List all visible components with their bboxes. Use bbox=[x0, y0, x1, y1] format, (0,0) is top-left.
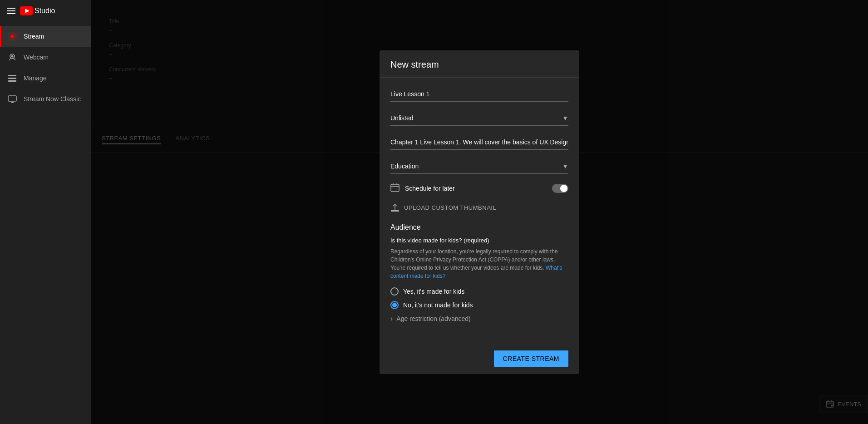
sidebar-item-stream-now-classic[interactable]: Stream Now Classic bbox=[0, 89, 91, 109]
sidebar-manage-label: Manage bbox=[24, 74, 47, 82]
upload-icon bbox=[390, 203, 399, 212]
sidebar-nav: Stream Webcam bbox=[0, 22, 91, 109]
svg-rect-10 bbox=[8, 96, 16, 101]
modal-header: New stream bbox=[380, 50, 579, 78]
schedule-toggle[interactable] bbox=[552, 184, 568, 193]
stream-classic-icon bbox=[7, 94, 17, 104]
schedule-label: Schedule for later bbox=[405, 185, 547, 192]
stream-icon bbox=[7, 31, 17, 41]
svg-rect-7 bbox=[8, 75, 16, 76]
manage-icon bbox=[7, 73, 17, 83]
hamburger-menu[interactable] bbox=[7, 8, 15, 14]
stream-title-field bbox=[390, 87, 568, 102]
svg-rect-17 bbox=[391, 210, 399, 212]
svg-rect-9 bbox=[8, 80, 16, 82]
sidebar-item-webcam[interactable]: Webcam bbox=[0, 47, 91, 68]
app-name: Studio bbox=[35, 7, 55, 15]
sidebar-stream-classic-label: Stream Now Classic bbox=[24, 95, 81, 103]
description-input[interactable] bbox=[390, 135, 568, 150]
radio-yes-circle bbox=[390, 287, 399, 296]
svg-point-6 bbox=[11, 55, 14, 58]
new-stream-modal: New stream Public Unlisted Private bbox=[380, 50, 579, 374]
category-select-wrapper[interactable]: Education Gaming Music Science & Technol… bbox=[390, 159, 568, 174]
modal-title: New stream bbox=[390, 59, 568, 70]
kids-content-link[interactable]: What's content made for kids? bbox=[390, 265, 562, 279]
radio-no-circle bbox=[390, 301, 399, 309]
schedule-row: Schedule for later bbox=[390, 183, 568, 194]
modal-footer: CREATE STREAM bbox=[380, 343, 579, 374]
radio-yes-label: Yes, it's made for kids bbox=[403, 288, 464, 295]
calendar-icon bbox=[390, 183, 399, 194]
sidebar-item-stream[interactable]: Stream bbox=[0, 26, 91, 47]
visibility-select-wrapper[interactable]: Public Unlisted Private ▼ bbox=[390, 111, 568, 126]
age-restriction-chevron: › bbox=[390, 315, 393, 323]
description-field bbox=[390, 135, 568, 150]
svg-rect-13 bbox=[391, 184, 399, 192]
audience-question: Is this video made for kids? (required) bbox=[390, 237, 568, 244]
radio-yes-kids[interactable]: Yes, it's made for kids bbox=[390, 287, 568, 296]
sidebar: Studio Stream bbox=[0, 0, 91, 424]
sidebar-item-manage[interactable]: Manage bbox=[0, 68, 91, 89]
sidebar-webcam-label: Webcam bbox=[24, 54, 49, 61]
center-panel: Title – Category – Concurrent viewers – … bbox=[91, 0, 868, 424]
webcam-icon bbox=[7, 52, 17, 62]
sidebar-stream-label: Stream bbox=[24, 33, 44, 40]
radio-no-kids[interactable]: No, it's not made for kids bbox=[390, 301, 568, 309]
sidebar-header: Studio bbox=[0, 0, 91, 22]
svg-rect-8 bbox=[8, 78, 16, 79]
age-restriction-row[interactable]: › Age restriction (advanced) bbox=[390, 315, 568, 323]
logo: Studio bbox=[20, 6, 55, 15]
audience-description: Regardless of your location, you're lega… bbox=[390, 247, 568, 280]
modal-overlay: New stream Public Unlisted Private bbox=[91, 0, 868, 424]
upload-thumbnail-btn[interactable]: UPLOAD CUSTOM THUMBNAIL bbox=[390, 203, 568, 212]
category-select[interactable]: Education Gaming Music Science & Technol… bbox=[390, 163, 568, 170]
age-restriction-label: Age restriction (advanced) bbox=[396, 315, 470, 322]
youtube-icon bbox=[20, 6, 33, 15]
stream-title-input[interactable] bbox=[390, 87, 568, 102]
audience-section-label: Audience bbox=[390, 223, 568, 232]
radio-no-label: No, it's not made for kids bbox=[403, 301, 473, 309]
upload-thumbnail-label: UPLOAD CUSTOM THUMBNAIL bbox=[404, 204, 496, 211]
create-stream-button[interactable]: CREATE STREAM bbox=[494, 350, 568, 367]
visibility-select[interactable]: Public Unlisted Private bbox=[390, 114, 568, 122]
svg-point-2 bbox=[10, 35, 14, 38]
modal-body: Public Unlisted Private ▼ Education bbox=[380, 78, 579, 343]
